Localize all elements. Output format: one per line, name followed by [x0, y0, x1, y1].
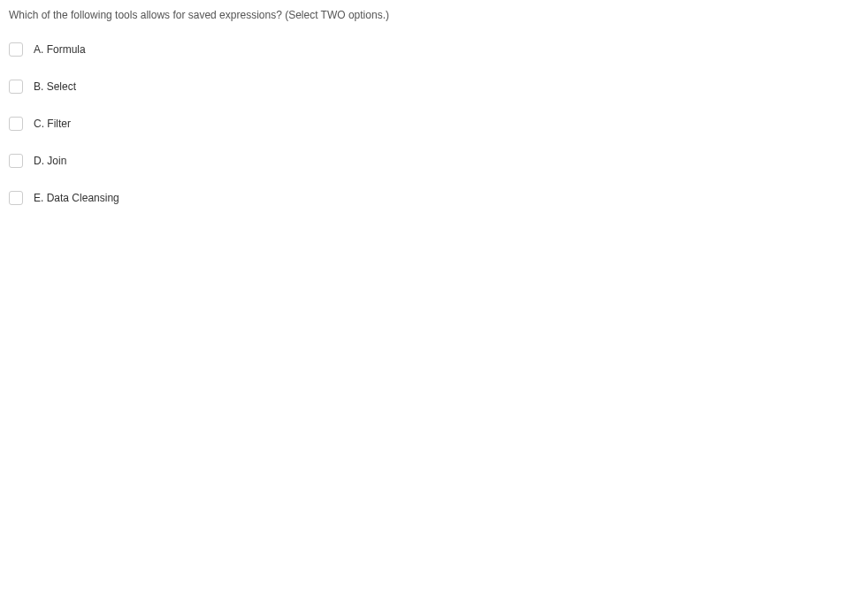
- option-row-a: A. Formula: [9, 42, 840, 57]
- option-label-a[interactable]: A. Formula: [34, 43, 86, 56]
- option-text: Formula: [47, 43, 86, 56]
- options-container: A. Formula B. Select C. Filter D. Join E…: [9, 42, 840, 205]
- option-label-b[interactable]: B. Select: [34, 80, 76, 93]
- option-row-b: B. Select: [9, 80, 840, 94]
- option-label-c[interactable]: C. Filter: [34, 118, 71, 130]
- option-text: Data Cleansing: [47, 192, 119, 204]
- option-label-e[interactable]: E. Data Cleansing: [34, 192, 119, 204]
- option-letter: B: [34, 80, 41, 93]
- option-row-d: D. Join: [9, 154, 840, 168]
- option-row-c: C. Filter: [9, 117, 840, 131]
- checkbox-option-c[interactable]: [9, 117, 23, 131]
- option-letter: D: [34, 155, 42, 167]
- option-row-e: E. Data Cleansing: [9, 191, 840, 205]
- option-letter: C: [34, 118, 42, 130]
- option-text: Filter: [47, 118, 71, 130]
- checkbox-option-d[interactable]: [9, 154, 23, 168]
- checkbox-option-e[interactable]: [9, 191, 23, 205]
- option-label-d[interactable]: D. Join: [34, 155, 66, 167]
- option-letter: E: [34, 192, 41, 204]
- checkbox-option-a[interactable]: [9, 42, 23, 57]
- checkbox-option-b[interactable]: [9, 80, 23, 94]
- option-text: Join: [47, 155, 66, 167]
- option-letter: A: [34, 43, 41, 56]
- option-text: Select: [47, 80, 76, 93]
- question-text: Which of the following tools allows for …: [9, 9, 840, 21]
